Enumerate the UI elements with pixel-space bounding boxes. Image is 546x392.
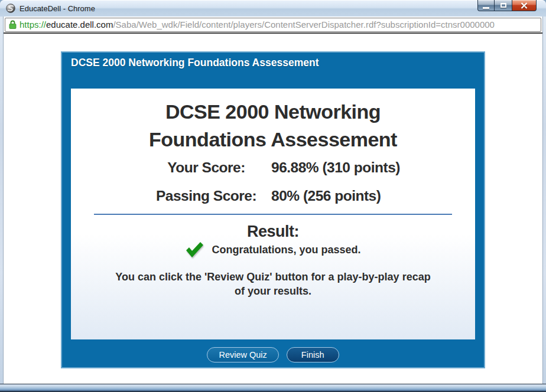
title-bar[interactable]: EducateDell - Chrome (0, 0, 546, 17)
close-icon (521, 2, 528, 9)
window-frame-bottom (0, 384, 546, 392)
finish-button[interactable]: Finish (287, 347, 339, 362)
review-quiz-button[interactable]: Review Quiz (207, 347, 278, 362)
review-hint-line1: You can click the 'Review Quiz' button f… (71, 270, 475, 284)
review-hint-line2: of your results. (71, 284, 475, 298)
passing-score-label: Passing Score: (146, 182, 271, 210)
page-content: DCSE 2000 Networking Foundations Assesse… (4, 34, 542, 384)
passing-score-value: 80% (256 points) (271, 182, 400, 210)
result-heading: Result: (71, 223, 475, 241)
assessment-title-line2: Foundations Assessement (71, 126, 475, 153)
result-row: Congratulations, you passed. (71, 241, 475, 259)
url-domain: educate.dell.com (46, 19, 113, 30)
close-button[interactable] (512, 0, 537, 11)
browser-toolbar: https://educate.dell.com/Saba/Web_wdk/Fi… (4, 17, 542, 34)
browser-window: EducateDell - Chrome (0, 0, 546, 392)
assessment-title-line1: DCSE 2000 Networking (71, 98, 475, 126)
results-card: DCSE 2000 Networking Foundations Assesse… (71, 89, 475, 339)
assessment-title: DCSE 2000 Networking Foundations Assesse… (71, 98, 475, 153)
secure-lock-icon[interactable] (9, 20, 17, 29)
result-message: Congratulations, you passed. (212, 244, 360, 256)
address-bar[interactable]: https://educate.dell.com/Saba/Web_wdk/Fi… (5, 18, 541, 32)
score-table: Your Score: 96.88% (310 points) Passing … (146, 153, 400, 210)
minimize-button[interactable] (477, 0, 495, 11)
maximize-icon (500, 3, 506, 8)
passed-check-icon (185, 241, 204, 259)
action-buttons: Review Quiz Finish (71, 347, 475, 362)
your-score-label: Your Score: (146, 153, 271, 182)
assessment-panel: DCSE 2000 Networking Foundations Assesse… (61, 51, 485, 368)
url-path: /Saba/Web_wdk/Field/content/players/Cont… (113, 19, 495, 30)
window-controls (477, 0, 537, 11)
window-frame-right (542, 17, 546, 384)
window-title: EducateDell - Chrome (20, 4, 95, 13)
url-scheme: https:// (20, 19, 46, 30)
minimize-icon (483, 7, 489, 9)
review-hint: You can click the 'Review Quiz' button f… (71, 270, 475, 298)
site-favicon-icon (6, 4, 15, 13)
assessment-panel-header: DCSE 2000 Networking Foundations Assesse… (71, 56, 475, 70)
divider (94, 214, 452, 215)
your-score-value: 96.88% (310 points) (271, 153, 400, 182)
maximize-button[interactable] (495, 0, 512, 11)
